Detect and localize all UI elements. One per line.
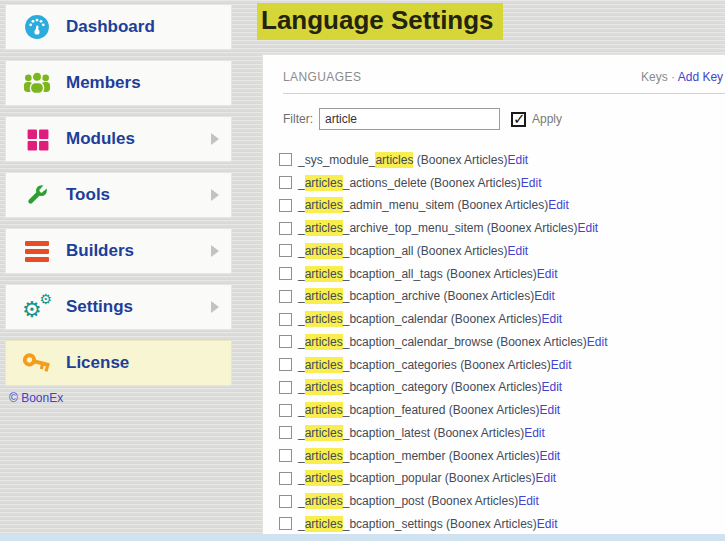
boonex-copyright-link[interactable]: © BoonEx (9, 391, 63, 405)
key-match-highlight: articles (305, 516, 343, 532)
edit-link[interactable]: Edit (537, 267, 558, 281)
row-checkbox[interactable] (279, 199, 292, 212)
language-key: _articles_bcaption_featured (Boonex Arti… (298, 403, 540, 417)
key-pre: _ (298, 426, 305, 440)
row-checkbox[interactable] (279, 244, 292, 257)
module-name: (Boonex Articles) (427, 494, 518, 508)
row-checkbox[interactable] (279, 381, 292, 394)
key-pre: _ (298, 449, 305, 463)
sidebar-item-label: Modules (66, 129, 135, 149)
sidebar-item-members[interactable]: Members (5, 60, 232, 106)
edit-link[interactable]: Edit (540, 403, 561, 417)
language-key: _articles_archive_top_menu_sitem (Boonex… (298, 221, 578, 235)
sidebar-item-dashboard[interactable]: Dashboard (5, 4, 232, 50)
key-post: _bcaption_settings (343, 517, 446, 531)
module-name: (Boonex Articles) (457, 198, 548, 212)
key-match-highlight: articles (305, 334, 343, 350)
languages-panel: LANGUAGES Keys · Add Key · Languages Fil… (262, 54, 725, 534)
sidebar-item-settings[interactable]: ⚙⚙ Settings (5, 284, 232, 330)
key-match-highlight: articles (305, 493, 343, 509)
language-key: _articles_actions_delete (Boonex Article… (298, 176, 521, 190)
key-post: _bcaption_all (343, 244, 417, 258)
sidebar-item-builders[interactable]: Builders (5, 228, 232, 274)
row-checkbox[interactable] (279, 449, 292, 462)
edit-link[interactable]: Edit (507, 153, 528, 167)
row-checkbox[interactable] (279, 358, 292, 371)
module-name: (Boonex Articles) (430, 176, 521, 190)
edit-link[interactable]: Edit (534, 289, 555, 303)
edit-link[interactable]: Edit (524, 426, 545, 440)
key-post: _admin_menu_sitem (343, 198, 458, 212)
edit-link[interactable]: Edit (587, 335, 608, 349)
sidebar-item-modules[interactable]: Modules (5, 116, 232, 162)
module-name: (Boonex Articles) (460, 358, 551, 372)
row-checkbox[interactable] (279, 176, 292, 189)
language-key-row: _articles_bcaption_member (Boonex Articl… (263, 444, 725, 467)
row-checkbox[interactable] (279, 153, 292, 166)
module-name: (Boonex Articles) (449, 403, 540, 417)
row-checkbox[interactable] (279, 267, 292, 280)
row-checkbox[interactable] (279, 313, 292, 326)
key-pre: _ (298, 380, 305, 394)
row-checkbox[interactable] (279, 404, 292, 417)
chevron-right-icon (211, 189, 219, 201)
sidebar: Dashboard Members Modules (5, 4, 232, 396)
edit-link[interactable]: Edit (521, 176, 542, 190)
row-checkbox[interactable] (279, 222, 292, 235)
edit-link[interactable]: Edit (548, 198, 569, 212)
filter-input[interactable] (319, 108, 500, 130)
key-match-highlight: articles (305, 470, 343, 486)
apply-label: Apply (532, 112, 562, 126)
chevron-right-icon (211, 245, 219, 257)
key-post: _actions_delete (343, 176, 430, 190)
module-name: (Boonex Articles) (451, 312, 542, 326)
key-post: _archive_top_menu_sitem (343, 221, 487, 235)
members-icon (22, 68, 52, 98)
menu-item-keys[interactable]: Keys (641, 70, 668, 84)
module-name: (Boonex Articles) (496, 335, 587, 349)
edit-link[interactable]: Edit (578, 221, 599, 235)
language-key: _articles_bcaption_all (Boonex Articles) (298, 244, 507, 258)
row-checkbox[interactable] (279, 472, 292, 485)
tools-wrench-icon (22, 180, 52, 210)
module-name: (Boonex Articles) (446, 267, 537, 281)
panel-title: LANGUAGES (283, 70, 361, 84)
language-key-row: _articles_bcaption_latest (Boonex Articl… (263, 422, 725, 445)
sidebar-item-license[interactable]: License (5, 340, 232, 386)
row-checkbox[interactable] (279, 426, 292, 439)
module-name: (Boonex Articles) (417, 244, 508, 258)
row-checkbox[interactable] (279, 517, 292, 530)
sidebar-item-label: License (66, 353, 129, 373)
edit-link[interactable]: Edit (537, 517, 558, 531)
key-pre: _ (298, 358, 305, 372)
edit-link[interactable]: Edit (536, 471, 557, 485)
edit-link[interactable]: Edit (518, 494, 539, 508)
language-key: _articles_bcaption_settings (Boonex Arti… (298, 517, 537, 531)
row-checkbox[interactable] (279, 495, 292, 508)
modules-grid-icon (22, 124, 52, 154)
key-post: _bcaption_category (343, 380, 451, 394)
sidebar-item-tools[interactable]: Tools (5, 172, 232, 218)
row-checkbox[interactable] (279, 290, 292, 303)
key-match-highlight: articles (305, 357, 343, 373)
edit-link[interactable]: Edit (541, 380, 562, 394)
panel-menu: Keys · Add Key · Languages (641, 70, 725, 84)
language-key-row: _sys_module_articles (Boonex Articles) E… (263, 149, 725, 172)
page-title: Language Settings (257, 3, 503, 40)
edit-link[interactable]: Edit (551, 358, 572, 372)
apply-checkbox[interactable] (511, 112, 526, 127)
key-post: _bcaption_post (343, 494, 428, 508)
key-post: _bcaption_categories (343, 358, 460, 372)
row-checkbox[interactable] (279, 335, 292, 348)
edit-link[interactable]: Edit (507, 244, 528, 258)
key-match-highlight: articles (305, 197, 343, 213)
edit-link[interactable]: Edit (542, 312, 563, 326)
language-key-row: _articles_bcaption_post (Boonex Articles… (263, 490, 725, 513)
filter-row: Filter: Apply (283, 108, 562, 130)
key-pre: _ (298, 403, 305, 417)
edit-link[interactable]: Edit (539, 449, 560, 463)
language-key-row: _articles_bcaption_categories (Boonex Ar… (263, 353, 725, 376)
settings-gears-icon: ⚙⚙ (22, 292, 52, 322)
menu-item-add-key[interactable]: Add Key (678, 70, 723, 84)
key-match-highlight: articles (305, 266, 343, 282)
